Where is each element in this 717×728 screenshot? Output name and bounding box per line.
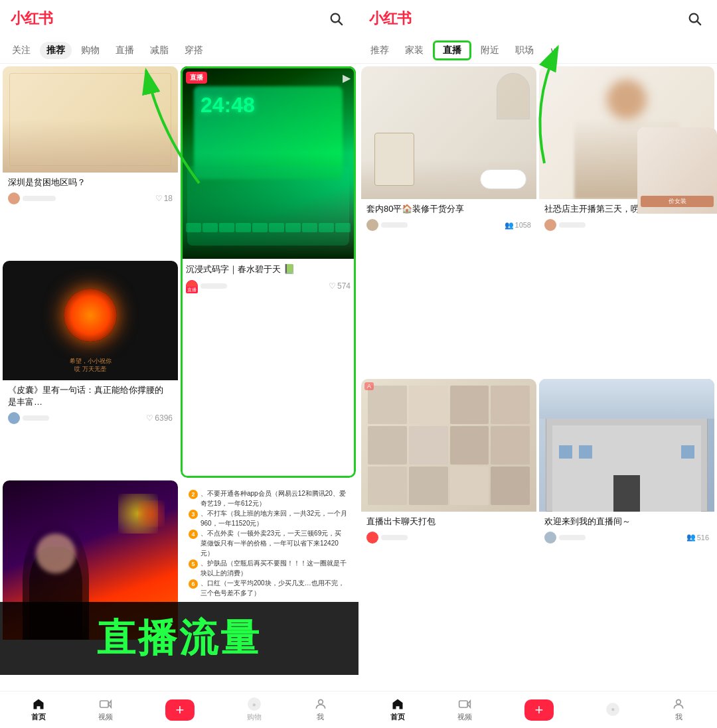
right-nav-tabs: 推荐 家装 直播 附近 职场 ∨ — [358, 37, 717, 64]
card-keyboard[interactable]: 直播 24:48 — [181, 66, 356, 478]
right-bottom-nav: 首页 视频 + ● 我 — [358, 691, 717, 728]
card-orange-title: 《皮囊》里有一句话：真正能给你撑腰的 是丰富… — [8, 384, 173, 408]
card-blurred-user — [544, 219, 586, 231]
tab-diet-left[interactable]: 减脂 — [143, 42, 175, 59]
savings-item-3: 4 、不点外卖（一顿外卖23元，一天三顿69元，买菜做饭只有一半的价格，一年可以… — [189, 528, 348, 558]
bottom-nav-video-left[interactable]: 视频 — [98, 697, 113, 722]
card-food-body: 深圳是贫困地区吗？ ♡ 18 — [3, 173, 178, 210]
tab-live-right[interactable]: 直播 — [433, 40, 471, 60]
bottom-nav-me-left[interactable]: 我 — [314, 697, 327, 722]
svg-rect-3 — [100, 701, 109, 707]
me-icon-right — [672, 697, 685, 711]
tab-recommend-right[interactable]: 推荐 — [364, 42, 396, 59]
card-building-meta: 👥 516 — [544, 532, 709, 544]
card-food-title: 深圳是贫困地区吗？ — [8, 177, 173, 188]
bottom-nav-me-right[interactable]: 我 — [672, 697, 685, 722]
card-food-user — [8, 192, 56, 204]
bottom-nav-shop-left[interactable]: ● 购物 — [247, 697, 262, 722]
card-room-people: 👥 1058 — [505, 221, 531, 230]
card-room-img — [361, 66, 536, 199]
card-orange-body: 《皮囊》里有一句话：真正能给你撑腰的 是丰富… ♡ 6396 — [3, 380, 178, 429]
tab-follow-left[interactable]: 关注 — [5, 42, 37, 59]
card-orange[interactable]: 希望，小小祝你哎 万天无垄 《皮囊》里有一句话：真正能给你撑腰的 是丰富… ♡ … — [3, 261, 178, 478]
card-keyboard-title: 沉浸式码字｜春水碧于天 📗 — [186, 263, 351, 276]
heart-icon-keyboard: ♡ — [329, 281, 336, 291]
savings-dot-5: 6 — [189, 579, 198, 589]
left-nav-tabs: 关注 推荐 购物 直播 减脂 穿搭 — [0, 37, 358, 64]
left-header: 小红书 — [0, 0, 358, 37]
savings-item-1: 2 、不要开通各种app会员（网易云12和腾讯20、爱奇艺19，一年612元） — [189, 488, 348, 508]
card-room-avatar — [366, 219, 378, 231]
card-keyboard-user: 直播 — [186, 280, 227, 292]
add-button-right[interactable]: + — [524, 699, 554, 721]
savings-dot-1: 2 — [189, 490, 198, 499]
tab-shop-left[interactable]: 购物 — [74, 42, 106, 59]
tab-nearby-right[interactable]: 附近 — [474, 42, 506, 59]
tab-fashion-left[interactable]: 穿搭 — [178, 42, 210, 59]
keyboard-time: 24:48 — [200, 93, 255, 117]
savings-dot-3: 4 — [189, 530, 198, 539]
card-room[interactable]: 套内80平🏠装修干货分享 👥 1058 — [361, 66, 536, 376]
svg-point-5 — [318, 699, 323, 704]
card-food-likes: ♡ 18 — [155, 194, 173, 203]
left-search-button[interactable] — [324, 7, 348, 31]
add-button-left[interactable]: + — [165, 699, 195, 721]
tab-home-right[interactable]: 家装 — [398, 42, 430, 59]
shop-avatar-right: ● — [606, 703, 619, 716]
card-photocards-meta — [366, 532, 531, 544]
right-content-grid: 套内80平🏠装修干货分享 👥 1058 直播中 — [358, 64, 717, 691]
card-building[interactable]: 直播中 欢迎来到我的直播间～ — [539, 379, 714, 689]
left-phone: 小红书 关注 推荐 购物 直播 减脂 穿搭 — [0, 0, 358, 728]
shop-avatar-left: ● — [248, 697, 261, 711]
card-room-title: 套内80平🏠装修干货分享 — [366, 203, 531, 215]
play-icon: ▶ — [343, 72, 351, 84]
bottom-nav-home-left[interactable]: 首页 — [31, 697, 46, 722]
promo-label: 价女装 — [641, 196, 714, 207]
overlay-text: 直播流量 — [0, 602, 358, 675]
svg-rect-9 — [459, 701, 467, 707]
right-search-button[interactable] — [682, 7, 706, 31]
video-icon-right — [458, 697, 471, 711]
card-building-avatar — [544, 532, 556, 544]
card-orange-likes: ♡ 6396 — [146, 413, 173, 423]
keyboard-live-badge: 直播 — [186, 72, 207, 84]
card-photocards-title: 直播出卡聊天打包 — [366, 516, 531, 528]
right-phone: 小红书 推荐 家装 直播 附近 职场 ∨ — [358, 0, 717, 728]
card-photocards[interactable]: 直播中 A — [361, 379, 536, 689]
tab-work-right[interactable]: 职场 — [509, 42, 540, 59]
tab-recommend-left[interactable]: 推荐 — [40, 42, 72, 59]
svg-point-11 — [677, 699, 681, 704]
card-building-title: 欢迎来到我的直播间～ — [544, 516, 709, 528]
card-room-body: 套内80平🏠装修干货分享 👥 1058 — [361, 199, 536, 236]
bottom-nav-shop-right[interactable]: ● — [606, 703, 619, 717]
card-food-avatar — [8, 192, 20, 204]
savings-item-5: 6 、口红（一支平均200块，少买几支…也用不完，三个色号差不多了） — [189, 578, 348, 598]
home-icon-left — [32, 697, 45, 711]
card-food[interactable]: 深圳是贫困地区吗？ ♡ 18 — [3, 66, 178, 258]
card-keyboard-avatar: 直播 — [186, 280, 198, 292]
card-orange-avatar — [8, 412, 20, 424]
bottom-nav-home-right[interactable]: 首页 — [390, 697, 405, 722]
card-building-body: 欢迎来到我的直播间～ 👥 516 — [539, 512, 714, 549]
video-icon-left — [99, 697, 112, 711]
card-food-meta: ♡ 18 — [8, 192, 173, 204]
tab-live-left[interactable]: 直播 — [109, 42, 141, 59]
card-keyboard-meta: 直播 ♡ 574 — [186, 280, 351, 292]
svg-line-7 — [697, 21, 700, 25]
savings-dot-2: 3 — [189, 510, 198, 519]
savings-dot-4: 5 — [189, 559, 198, 569]
tab-more-right[interactable]: ∨ — [543, 42, 563, 58]
card-building-people: 👥 516 — [686, 533, 709, 542]
heart-icon: ♡ — [155, 194, 163, 203]
card-keyboard-body: 沉浸式码字｜春水碧于天 📗 直播 ♡ 574 — [181, 259, 356, 297]
card-building-user — [544, 532, 586, 544]
savings-item-4: 5 、护肤品（空瓶后再买不要囤！！！这一圈就是千块以上的消费） — [189, 558, 348, 578]
card-food-img — [3, 66, 178, 173]
left-content-grid: 深圳是贫困地区吗？ ♡ 18 直播 24: — [0, 64, 358, 691]
card-photocards-img: A — [361, 379, 536, 512]
right-header: 小红书 — [358, 0, 717, 37]
right-logo: 小红书 — [369, 9, 411, 29]
left-logo: 小红书 — [11, 9, 52, 29]
bottom-nav-video-right[interactable]: 视频 — [457, 697, 472, 722]
card-promo[interactable]: 直播中 价女装 — [637, 127, 717, 247]
